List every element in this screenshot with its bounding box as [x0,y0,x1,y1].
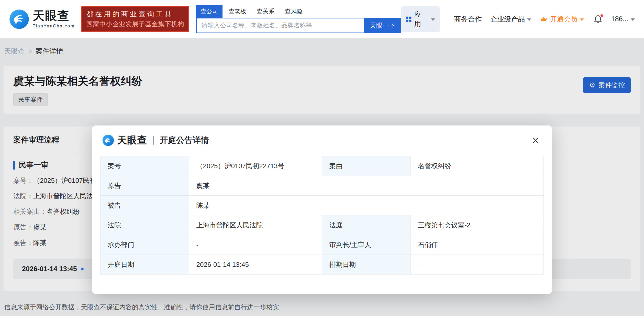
modal-close-button[interactable] [529,134,542,146]
search-input[interactable] [196,18,364,33]
chevron-down-icon [580,18,584,21]
cell-label: 被告 [101,196,189,215]
search-tabs: 查公司 查老板 查关系 查风险 [196,5,401,18]
logo-text: 天眼查 TianYanCha.com [33,10,75,29]
nav-business-cooperation[interactable]: 商务合作 [454,15,482,24]
search-button[interactable]: 天眼一下 [364,18,401,33]
brand-name: 天眼查 [33,10,75,22]
table-row: 开庭日期 2026-01-14 13:45 排期日期 - [101,255,544,275]
cell-label: 案号 [101,156,189,176]
nav-vip-upgrade[interactable]: 开通会员 [540,15,584,24]
cell-label: 案由 [322,156,411,176]
search-tab-relation[interactable]: 查关系 [252,5,279,18]
cell-value: 石俏伟 [411,235,544,255]
cell-label: 承办部门 [101,235,189,255]
modal-header: 天眼查 开庭公告详情 [92,125,552,147]
tianyancha-logo-icon [9,9,29,29]
tianyancha-logo-icon [102,134,114,146]
user-label: 186... [611,15,628,23]
cell-value: 虞某 [189,176,543,196]
crown-icon [540,16,548,22]
promo-banner-line2: 国家中小企业发展子基金旗下机构 [86,19,184,29]
cell-value: （2025）沪0107民初22713号 [189,156,322,176]
search-tab-company[interactable]: 查公司 [196,5,223,18]
cell-label: 原告 [101,176,189,196]
apps-grid-icon [406,16,412,23]
enterprise-label: 企业级产品 [490,15,525,24]
apps-label: 应用 [414,10,426,28]
promo-banner-line1: 都在用的商业查询工具 [86,9,184,19]
chevron-down-icon [431,18,435,21]
chevron-down-icon [527,18,531,21]
user-account[interactable]: 186... [611,15,635,23]
table-row: 承办部门 - 审判长/主审人 石俏伟 [101,235,544,255]
cell-label: 排期日期 [322,255,411,275]
close-icon [530,135,541,145]
modal-brand: 天眼查 [117,134,147,147]
hearing-detail-modal: 天眼查 开庭公告详情 案号 （2025）沪0107民初22713号 案由 名誉权… [92,125,552,294]
cell-label: 法院 [101,215,189,235]
vip-label: 开通会员 [550,15,578,24]
search-tab-boss[interactable]: 查老板 [224,5,251,18]
table-row: 法院 上海市普陀区人民法院 法庭 三楼第七会议室-2 [101,215,544,235]
cell-value: 名誉权纠纷 [411,156,544,176]
cell-value: 陈某 [189,196,543,215]
nav-divider [447,15,447,24]
cell-value: 三楼第七会议室-2 [411,215,544,235]
cell-value: 2026-01-14 13:45 [189,255,322,275]
search-tab-risk[interactable]: 查风险 [281,5,307,18]
cell-value: - [411,255,544,275]
tianyancha-logo[interactable]: 天眼查 TianYanCha.com [9,9,75,29]
cell-value: 上海市普陀区人民法院 [189,215,322,235]
table-row: 原告 虞某 [101,176,544,196]
modal-title-divider [153,136,154,145]
search-area: 查公司 查老板 查关系 查风险 天眼一下 [196,5,401,33]
cell-value: - [189,235,322,255]
search-row: 天眼一下 [196,18,401,33]
table-row: 案号 （2025）沪0107民初22713号 案由 名誉权纠纷 [101,156,544,176]
apps-menu[interactable]: 应用 [401,6,440,32]
cell-label: 法庭 [322,215,411,235]
notifications-bell[interactable] [594,15,602,24]
cell-label: 开庭日期 [101,255,189,275]
site-header: 天眼查 TianYanCha.com 都在用的商业查询工具 国家中小企业发展子基… [0,0,644,38]
table-row: 被告 陈某 [101,196,544,215]
notification-dot [600,14,604,17]
brand-domain: TianYanCha.com [33,24,75,29]
hearing-detail-table: 案号 （2025）沪0107民初22713号 案由 名誉权纠纷 原告 虞某 被告… [100,156,544,275]
modal-title: 开庭公告详情 [160,135,209,146]
promo-banner: 都在用的商业查询工具 国家中小企业发展子基金旗下机构 [81,6,189,32]
header-nav: 应用 商务合作 企业级产品 开通会员 [401,6,635,32]
tianyancha-case-detail-page: 天眼查 TianYanCha.com 都在用的商业查询工具 国家中小企业发展子基… [0,0,644,316]
chevron-down-icon [631,18,635,21]
cell-label: 审判长/主审人 [322,235,411,255]
nav-enterprise-products[interactable]: 企业级产品 [490,15,531,24]
